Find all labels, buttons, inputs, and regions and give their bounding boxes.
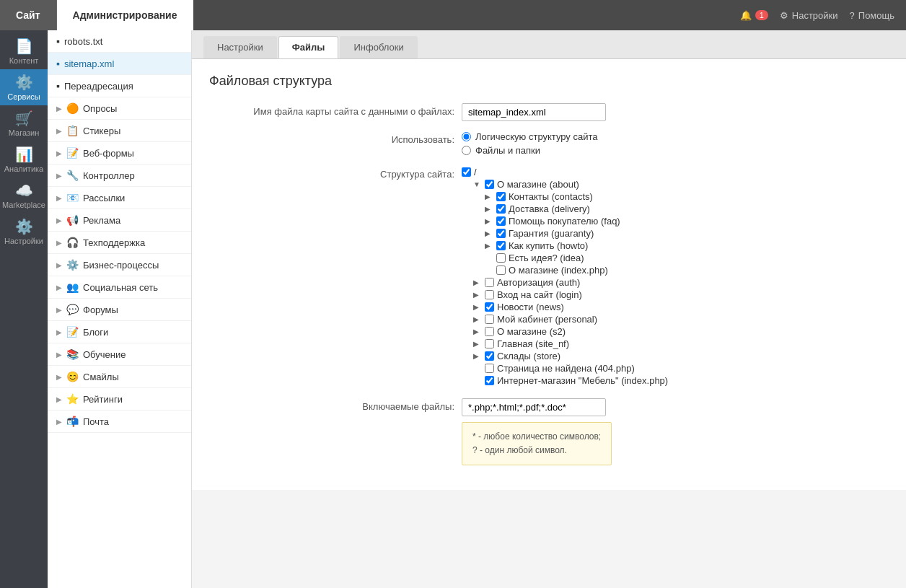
smileys-icon: 😊 xyxy=(66,371,79,382)
sidebar-controller[interactable]: ▶ 🔧 Контроллер xyxy=(48,164,191,187)
radio-files[interactable]: Файлы и папки xyxy=(462,145,598,156)
sidebar-item-marketplace[interactable]: ☁️ Marketplace xyxy=(0,177,48,214)
secondary-sidebar: ▪ robots.txt ▪ sitemap.xml ▪ Переадресац… xyxy=(48,30,192,588)
toggle-s2[interactable]: ▶ xyxy=(473,328,482,335)
label-personal: Мой кабинет (personal) xyxy=(497,314,597,325)
forums-icon: 💬 xyxy=(66,304,79,315)
checkbox-site-nf[interactable] xyxy=(485,339,494,348)
toggle-personal[interactable]: ▶ xyxy=(473,315,482,323)
tab-settings[interactable]: Настройки xyxy=(203,36,277,58)
label-site-nf: Главная (site_nf) xyxy=(497,338,569,349)
checkbox-about[interactable] xyxy=(485,180,494,189)
checkbox-contacts[interactable] xyxy=(496,192,506,201)
sidebar-item-settings[interactable]: ⚙️ Настройки xyxy=(0,214,48,250)
toggle-news[interactable]: ▶ xyxy=(473,303,482,311)
checkbox-auth[interactable] xyxy=(485,278,494,287)
toggle-howto[interactable]: ▶ xyxy=(485,242,493,250)
bell-icon: 🔔 xyxy=(740,10,752,21)
tree-node-news: ▶ Новости (news) xyxy=(473,301,668,313)
toggle-delivery[interactable]: ▶ xyxy=(485,205,493,213)
include-files-row: Включаемые файлы: * - любое количество с… xyxy=(209,398,889,465)
toggle-site-nf[interactable]: ▶ xyxy=(473,340,482,348)
arrow-icon: ▶ xyxy=(56,239,62,247)
newsletters-icon: 📧 xyxy=(66,192,79,203)
sidebar-learning[interactable]: ▶ 📚 Обучение xyxy=(48,343,191,366)
checkbox-guaranty[interactable] xyxy=(496,229,506,238)
top-nav: Сайт Администрирование 🔔 1 ⚙ Настройки ?… xyxy=(0,0,906,30)
sidebar-advertising[interactable]: ▶ 📢 Реклама xyxy=(48,209,191,232)
radio-logical-input[interactable] xyxy=(462,132,471,141)
marketplace-icon: ☁️ xyxy=(15,183,33,198)
arrow-icon: ▶ xyxy=(56,194,62,202)
toggle-faq[interactable]: ▶ xyxy=(485,217,493,225)
sidebar-stickers[interactable]: ▶ 📋 Стикеры xyxy=(48,120,191,142)
sidebar-bizprocesses[interactable]: ▶ ⚙️ Бизнес-процессы xyxy=(48,254,191,276)
analytics-icon: 📊 xyxy=(15,147,33,162)
page-content: Файловая структура Имя файла карты сайта… xyxy=(192,59,906,490)
sidebar-forums[interactable]: ▶ 💬 Форумы xyxy=(48,299,191,321)
sidebar-webforms[interactable]: ▶ 📝 Веб-формы xyxy=(48,142,191,164)
radio-files-input[interactable] xyxy=(462,146,471,155)
sidebar-item-services[interactable]: ⚙️ Сервисы xyxy=(0,69,48,105)
notification-badge: 1 xyxy=(755,10,768,20)
tab-infoblocks[interactable]: Инфоблоки xyxy=(340,36,417,58)
help-button[interactable]: ? Помощь xyxy=(850,10,894,21)
sidebar-ratings[interactable]: ▶ ⭐ Рейтинги xyxy=(48,388,191,411)
file-icon: ▪ xyxy=(56,58,60,69)
checkbox-store[interactable] xyxy=(485,351,494,361)
checkbox-news[interactable] xyxy=(485,302,494,312)
arrow-icon: ▶ xyxy=(56,373,62,381)
sidebar-newsletters[interactable]: ▶ 📧 Рассылки xyxy=(48,187,191,209)
arrow-icon: ▶ xyxy=(56,328,62,336)
checkbox-idea[interactable] xyxy=(496,253,506,263)
sidebar-techsupport[interactable]: ▶ 🎧 Техподдержка xyxy=(48,232,191,254)
tree-node-idea: ▶ Есть идея? (idea) xyxy=(485,252,668,264)
toggle-store[interactable]: ▶ xyxy=(473,352,482,360)
filename-input[interactable] xyxy=(462,103,606,121)
checkbox-login[interactable] xyxy=(485,290,494,299)
checkbox-faq[interactable] xyxy=(496,216,506,226)
tree-node-about-index: ▶ О магазине (index.php) xyxy=(485,264,668,276)
site-tab[interactable]: Сайт xyxy=(0,0,57,30)
label-auth: Авторизация (auth) xyxy=(497,277,580,288)
checkbox-about-index[interactable] xyxy=(496,266,506,275)
content-area: Настройки Файлы Инфоблоки Файловая струк… xyxy=(192,30,906,588)
sidebar-item-shop[interactable]: 🛒 Магазин xyxy=(0,105,48,141)
checkbox-s2[interactable] xyxy=(485,327,494,336)
sidebar-mail[interactable]: ▶ 📬 Почта xyxy=(48,411,191,433)
toggle-contacts[interactable]: ▶ xyxy=(485,193,493,201)
sidebar-item-analytics[interactable]: 📊 Аналитика xyxy=(0,141,48,177)
admin-tab[interactable]: Администрирование xyxy=(57,0,193,30)
arrow-icon: ▶ xyxy=(56,418,62,426)
toggle-guaranty[interactable]: ▶ xyxy=(485,229,493,237)
tab-files[interactable]: Файлы xyxy=(278,36,339,58)
sidebar-socialnet[interactable]: ▶ 👥 Социальная сеть xyxy=(48,276,191,299)
checkbox-personal[interactable] xyxy=(485,315,494,324)
include-files-input[interactable] xyxy=(462,398,606,416)
help-icon: ? xyxy=(850,10,855,21)
toggle-auth[interactable]: ▶ xyxy=(473,278,482,286)
settings-button[interactable]: ⚙ Настройки xyxy=(780,10,838,21)
root-checkbox[interactable] xyxy=(462,167,471,177)
checkbox-404[interactable] xyxy=(485,364,494,373)
sidebar-redirect[interactable]: ▪ Переадресация xyxy=(48,75,191,97)
notifications-button[interactable]: 🔔 1 xyxy=(740,10,768,21)
checkbox-delivery[interactable] xyxy=(496,204,506,214)
checkbox-howto[interactable] xyxy=(496,241,506,250)
sidebar-smileys[interactable]: ▶ 😊 Смайлы xyxy=(48,366,191,388)
label-404: Страница не найдена (404.php) xyxy=(497,363,635,374)
sidebar-item-content[interactable]: 📄 Контент xyxy=(0,33,48,69)
structure-label: Структура сайта: xyxy=(209,166,454,180)
sidebar-robots-txt[interactable]: ▪ robots.txt xyxy=(48,30,191,53)
tree-node-guaranty: ▶ Гарантия (guaranty) xyxy=(485,227,668,240)
sidebar-surveys[interactable]: ▶ 🟠 Опросы xyxy=(48,97,191,120)
toggle-about[interactable]: ▼ xyxy=(473,180,482,188)
sidebar-blogs[interactable]: ▶ 📝 Блоги xyxy=(48,321,191,343)
sidebar-sitemap-xml[interactable]: ▪ sitemap.xml xyxy=(48,53,191,75)
root-label: / xyxy=(474,167,477,177)
checkbox-index[interactable] xyxy=(485,376,494,385)
arrow-icon: ▶ xyxy=(56,105,62,113)
radio-logical[interactable]: Логическую структуру сайта xyxy=(462,131,598,142)
tree-node-about: ▼ О магазине (about) xyxy=(473,178,668,190)
toggle-login[interactable]: ▶ xyxy=(473,291,482,299)
